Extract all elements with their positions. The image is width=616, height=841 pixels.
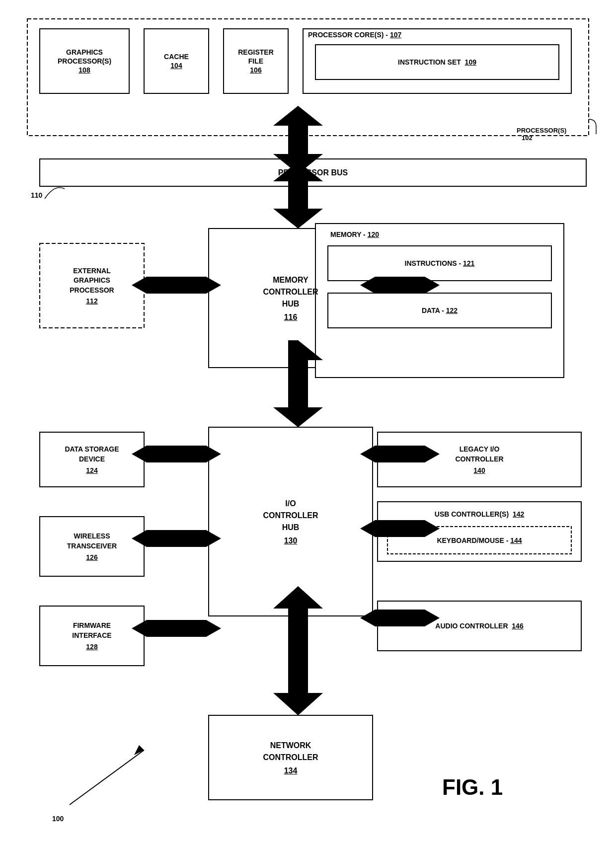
svg-rect-9	[288, 119, 308, 162]
mch-label: MEMORYCONTROLLERHUB	[263, 274, 318, 310]
svg-marker-39	[206, 620, 221, 637]
io-controller-hub-box: I/OCONTROLLERHUB 130	[209, 427, 373, 616]
instruction-set-box: INSTRUCTION SET 109	[315, 45, 559, 79]
register-file-label: REGISTERFILE	[238, 48, 274, 66]
cache-ref: 104	[170, 61, 182, 70]
svg-rect-15	[147, 277, 206, 294]
fig-label: FIG. 1	[442, 775, 503, 800]
legacy-io-box: LEGACY I/OCONTROLLER 140	[378, 432, 581, 487]
svg-rect-29	[147, 446, 206, 462]
ext-graphics-ref: 112	[86, 297, 97, 305]
external-graphics-box: EXTERNALGRAPHICSPROCESSOR 112	[40, 243, 144, 328]
fig-ref-label: 100	[52, 815, 64, 823]
audio-controller-box: AUDIO CONTROLLER 146	[378, 601, 581, 651]
instructions-box: INSTRUCTIONS - 121	[328, 246, 551, 281]
io-hub-ref: 130	[284, 536, 298, 545]
svg-rect-27	[288, 367, 308, 406]
diagram: GRAPHICS PROCESSOR(S) 108 CACHE 104 REGI…	[0, 0, 616, 841]
svg-marker-11	[273, 191, 323, 229]
svg-line-57	[70, 750, 144, 805]
firmware-ref: 128	[86, 643, 97, 651]
network-label: NETWORKCONTROLLER	[263, 740, 318, 764]
memory-label: MEMORY - 120	[330, 230, 379, 238]
network-ref: 134	[284, 766, 298, 775]
processor-bus-box: PROCESSOR BUS	[40, 159, 586, 186]
wireless-ref: 126	[86, 553, 97, 561]
svg-marker-25	[273, 370, 323, 427]
svg-rect-56	[288, 615, 308, 693]
usb-label: USB CONTROLLER(S) 142	[435, 510, 524, 518]
data-storage-box: DATA STORAGEDEVICE 124	[40, 432, 144, 487]
processors-ref-label: PROCESSOR(S)102	[517, 127, 566, 142]
instructions-label: INSTRUCTIONS - 121	[405, 259, 475, 267]
cache-box: CACHE 104	[144, 29, 209, 93]
processor-cores-label: PROCESSOR CORE(S) - 107	[308, 31, 401, 39]
instruction-set-label: INSTRUCTION SET 109	[398, 58, 476, 66]
data-memory-box: DATA - 122	[328, 293, 551, 328]
svg-rect-33	[147, 530, 206, 547]
svg-rect-37	[147, 620, 206, 637]
svg-marker-58	[134, 745, 144, 755]
register-file-ref: 106	[250, 66, 261, 75]
keyboard-mouse-box: KEYBOARD/MOUSE - 144	[387, 527, 571, 554]
svg-rect-13	[288, 188, 308, 210]
legacy-io-label: LEGACY I/OCONTROLLER	[455, 445, 503, 464]
graphics-processor-ref: 108	[78, 66, 90, 75]
graphics-processor-label: GRAPHICS PROCESSOR(S)	[40, 48, 129, 66]
network-controller-box: NETWORKCONTROLLER 134	[209, 715, 373, 800]
keyboard-label: KEYBOARD/MOUSE - 144	[437, 536, 522, 544]
cache-label: CACHE	[164, 52, 189, 61]
firmware-interface-box: FIRMWAREINTERFACE 128	[40, 606, 144, 666]
audio-label: AUDIO CONTROLLER 146	[435, 622, 523, 630]
firmware-label: FIRMWAREINTERFACE	[72, 621, 111, 640]
svg-marker-8	[273, 106, 323, 126]
processor-bus-label: PROCESSOR BUS	[278, 168, 348, 177]
data-memory-label: DATA - 122	[422, 306, 458, 314]
legacy-io-ref: 140	[473, 466, 485, 474]
svg-marker-54	[273, 618, 323, 715]
bus-ref-label: 110	[31, 191, 42, 199]
wireless-label: WIRELESSTRANSCEIVER	[67, 532, 117, 551]
usb-controller-box: USB CONTROLLER(S) 142	[378, 502, 581, 527]
graphics-processor-box: GRAPHICS PROCESSOR(S) 108	[40, 29, 129, 93]
ext-graphics-label: EXTERNALGRAPHICSPROCESSOR	[70, 266, 114, 296]
wireless-transceiver-box: WIRELESSTRANSCEIVER 126	[40, 517, 144, 576]
data-storage-label: DATA STORAGEDEVICE	[65, 445, 119, 464]
register-file-box: REGISTERFILE 106	[224, 29, 288, 93]
data-storage-ref: 124	[86, 466, 97, 474]
mch-ref: 116	[284, 313, 298, 322]
io-hub-label: I/OCONTROLLERHUB	[263, 498, 318, 534]
